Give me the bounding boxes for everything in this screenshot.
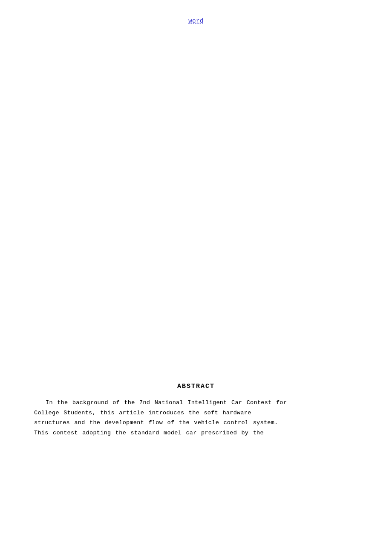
abstract-line2: College Students, this article introduce… [34, 410, 251, 416]
abstract-body: In the background of the 7nd National In… [34, 398, 358, 438]
abstract-title: ABSTRACT [34, 383, 358, 390]
abstract-line1: In the background of the 7nd National In… [46, 399, 287, 406]
word-link[interactable]: word [188, 17, 204, 24]
abstract-line4: This contest adopting the standard model… [34, 430, 264, 436]
abstract-section: ABSTRACT In the background of the 7nd Na… [34, 383, 358, 438]
page-container: word ABSTRACT In the background of the 7… [0, 0, 392, 555]
top-link-area: word [34, 17, 358, 25]
blank-space [34, 33, 358, 383]
abstract-line3: structures and the development flow of t… [34, 419, 278, 426]
